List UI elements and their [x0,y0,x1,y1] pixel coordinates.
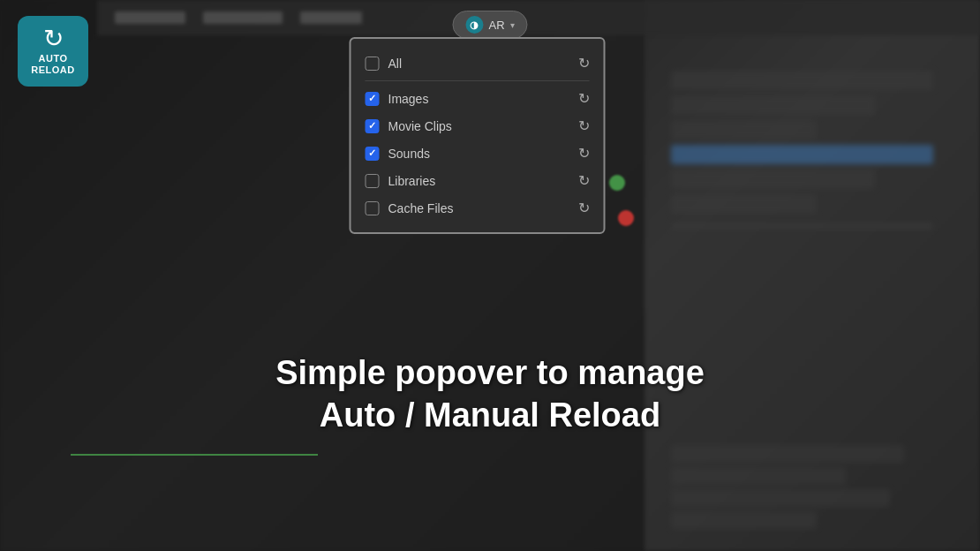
reload-movie-clips-icon[interactable]: ↻ [578,117,590,134]
bg-topbar [97,0,980,35]
checkbox-movie-clips[interactable] [366,119,380,133]
checkbox-images[interactable] [366,92,380,106]
popover-row-movie-clips: Movie Clips ↻ [366,112,590,140]
headline-line2: Auto / Manual Reload [0,395,980,437]
green-line-decoration [71,454,318,456]
bg-topbar-item [115,11,185,24]
popover-row-cache-files: Cache Files ↻ [366,194,590,222]
reload-sounds-icon[interactable]: ↻ [578,145,590,162]
ar-icon: ◑ [465,16,483,34]
label-sounds: Sounds [388,147,430,161]
bg-topbar-item [203,11,283,24]
auto-reload-logo: ↻ AUTORELOAD [18,16,88,87]
bg-right-items [671,71,962,235]
reload-all-icon[interactable]: ↻ [578,55,590,72]
checkbox-cache-files[interactable] [366,201,380,215]
checkbox-sounds[interactable] [366,147,380,161]
label-all: All [388,57,403,71]
bg-red-dot [618,210,634,226]
checkbox-libraries[interactable] [366,174,380,188]
reload-libraries-icon[interactable]: ↻ [578,172,590,189]
label-images: Images [388,92,429,106]
bg-topbar-item [300,11,362,24]
chevron-down-icon: ▾ [510,20,515,30]
logo-reload-icon: ↻ [43,26,64,51]
headline-line1: Simple popover to manage [0,352,980,395]
reload-images-icon[interactable]: ↻ [578,90,590,107]
popover-row-images: Images ↻ [366,85,590,112]
ar-dropdown-button[interactable]: ◑ AR ▾ [452,11,527,39]
checkbox-all[interactable] [366,57,380,71]
reload-settings-popover: All ↻ Images ↻ Movie Clips ↻ Sounds ↻ Li… [350,37,606,234]
label-cache-files: Cache Files [388,201,454,215]
reload-cache-files-icon[interactable]: ↻ [578,200,590,216]
headline-section: Simple popover to manage Auto / Manual R… [0,352,980,436]
label-libraries: Libraries [388,174,436,188]
popover-row-all: All ↻ [366,49,590,77]
bg-green-dot [609,175,625,191]
label-movie-clips: Movie Clips [388,119,452,133]
bg-bottom-items [671,445,962,533]
popover-row-sounds: Sounds ↻ [366,140,590,167]
ar-label: AR [488,19,504,32]
logo-text: AUTORELOAD [31,53,74,76]
popover-divider [366,80,590,81]
popover-row-libraries: Libraries ↻ [366,167,590,194]
